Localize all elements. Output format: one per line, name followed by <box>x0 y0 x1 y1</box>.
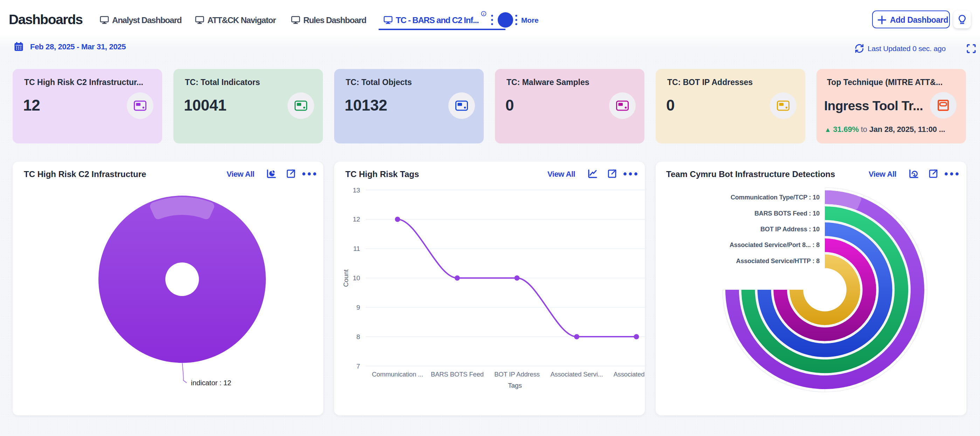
svg-text:BOT IP Address: BOT IP Address <box>494 371 540 378</box>
svg-text:Associated Se...: Associated Se... <box>613 371 645 378</box>
svg-text:Communication ...: Communication ... <box>372 371 423 378</box>
svg-text:12: 12 <box>353 216 360 223</box>
svg-text:Associated Servi...: Associated Servi... <box>550 371 603 378</box>
svg-text:Communication Type/TCP : 10: Communication Type/TCP : 10 <box>730 194 819 201</box>
svg-text:indicator : 12: indicator : 12 <box>191 379 231 387</box>
svg-text:BARS BOTS Feed : 10: BARS BOTS Feed : 10 <box>754 210 819 217</box>
svg-text:Tags: Tags <box>508 382 522 389</box>
svg-text:10: 10 <box>353 274 360 282</box>
svg-text:Associated Service/HTTP : 8: Associated Service/HTTP : 8 <box>736 258 820 265</box>
svg-text:11: 11 <box>353 245 360 252</box>
svg-text:8: 8 <box>356 333 360 341</box>
svg-text:BOT IP Address : 10: BOT IP Address : 10 <box>760 226 819 233</box>
svg-text:Count: Count <box>342 269 350 287</box>
svg-text:Associated Service/Port 8... :: Associated Service/Port 8... : 8 <box>730 241 819 249</box>
svg-text:BARS BOTS Feed: BARS BOTS Feed <box>431 371 484 378</box>
svg-text:13: 13 <box>353 187 360 194</box>
svg-text:i: i <box>484 12 484 16</box>
svg-text:9: 9 <box>356 304 360 311</box>
svg-text:7: 7 <box>356 363 360 370</box>
